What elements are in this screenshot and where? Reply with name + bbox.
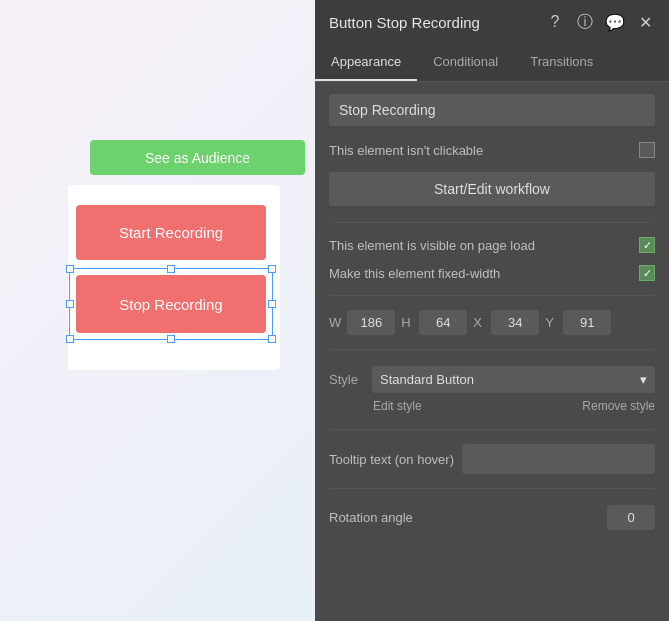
tooltip-label: Tooltip text (on hover) [329, 452, 454, 467]
canvas-area: See as Audience Start Recording Stop Rec… [0, 0, 315, 621]
visible-on-load-label: This element is visible on page load [329, 238, 535, 253]
remove-style-link[interactable]: Remove style [582, 399, 655, 413]
style-links: Edit style Remove style [329, 397, 655, 421]
edit-style-link[interactable]: Edit style [373, 399, 422, 413]
start-recording-button[interactable]: Start Recording [76, 205, 266, 260]
close-icon[interactable]: ✕ [635, 12, 655, 32]
y-label: Y [545, 315, 557, 330]
stop-recording-button[interactable]: Stop Recording [76, 275, 266, 333]
panel-header: Button Stop Recording ? ⓘ 💬 ✕ [315, 0, 669, 44]
w-label: W [329, 315, 341, 330]
start-recording-label: Start Recording [119, 224, 223, 241]
chevron-down-icon: ▾ [640, 372, 647, 387]
divider-3 [329, 349, 655, 350]
element-name-input[interactable] [329, 94, 655, 126]
tooltip-input[interactable] [462, 444, 655, 474]
style-row: Style Standard Button ▾ [329, 358, 655, 397]
tooltip-row: Tooltip text (on hover) [329, 438, 655, 480]
stop-recording-label: Stop Recording [119, 296, 222, 313]
see-audience-button[interactable]: See as Audience [90, 140, 305, 175]
tab-conditional[interactable]: Conditional [417, 44, 514, 81]
fixed-width-label: Make this element fixed-width [329, 266, 500, 281]
divider-1 [329, 222, 655, 223]
right-panel: Button Stop Recording ? ⓘ 💬 ✕ Appearance… [315, 0, 669, 621]
h-label: H [401, 315, 413, 330]
y-input[interactable] [563, 310, 611, 335]
not-clickable-checkbox[interactable] [639, 142, 655, 158]
x-label: X [473, 315, 485, 330]
divider-2 [329, 295, 655, 296]
workflow-button[interactable]: Start/Edit workflow [329, 172, 655, 206]
divider-5 [329, 488, 655, 489]
w-input[interactable] [347, 310, 395, 335]
style-select[interactable]: Standard Button ▾ [372, 366, 655, 393]
rotation-input[interactable] [607, 505, 655, 530]
help-icon[interactable]: ? [545, 12, 565, 32]
dimensions-row: W H X Y [329, 304, 655, 341]
visible-on-load-row: This element is visible on page load [329, 231, 655, 259]
tabs: Appearance Conditional Transitions [315, 44, 669, 82]
not-clickable-row: This element isn't clickable [329, 136, 655, 164]
not-clickable-label: This element isn't clickable [329, 143, 483, 158]
x-input[interactable] [491, 310, 539, 335]
see-audience-label: See as Audience [145, 150, 250, 166]
panel-title: Button Stop Recording [329, 14, 480, 31]
tab-appearance[interactable]: Appearance [315, 44, 417, 81]
divider-4 [329, 429, 655, 430]
fixed-width-row: Make this element fixed-width [329, 259, 655, 287]
rotation-row: Rotation angle [329, 497, 655, 538]
style-label: Style [329, 372, 364, 387]
panel-content: This element isn't clickable Start/Edit … [315, 82, 669, 550]
fixed-width-checkbox[interactable] [639, 265, 655, 281]
tab-transitions[interactable]: Transitions [514, 44, 609, 81]
info-icon[interactable]: ⓘ [575, 12, 595, 32]
rotation-label: Rotation angle [329, 510, 413, 525]
chat-icon[interactable]: 💬 [605, 12, 625, 32]
panel-icons: ? ⓘ 💬 ✕ [545, 12, 655, 32]
visible-on-load-checkbox[interactable] [639, 237, 655, 253]
h-input[interactable] [419, 310, 467, 335]
